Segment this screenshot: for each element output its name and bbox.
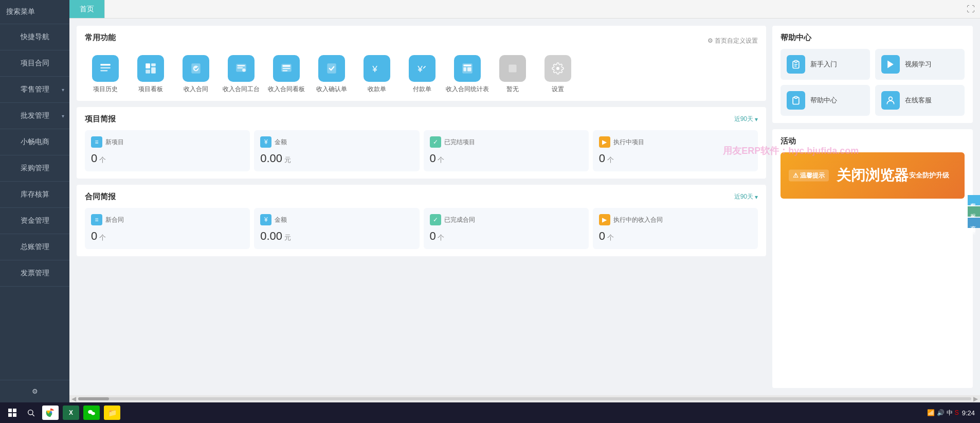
sidebar-item-retail[interactable]: 零售管理 xyxy=(0,77,69,103)
sidebar-item-invoice[interactable]: 发票管理 xyxy=(0,260,69,287)
sidebar-settings-button[interactable]: ⚙ xyxy=(0,380,69,402)
help-item-online[interactable]: 在线客服 xyxy=(875,85,965,116)
homepage-customize-link[interactable]: ⚙ 首页自定义设置 xyxy=(707,37,758,45)
func-item-income-board[interactable]: 收入合同看板 xyxy=(266,55,307,94)
brief-item-active-contract: ▶ 执行中的收入合同 0 个 xyxy=(593,208,758,249)
float-btn-desktop[interactable]: 桌面快捷 xyxy=(968,218,980,228)
taskbar-time: 9:24 xyxy=(962,409,975,417)
float-btn-service[interactable]: 客服热线 xyxy=(968,195,980,205)
page-side: 帮助中心 新手入门 视频学习 xyxy=(772,26,973,388)
common-functions-section: 常用功能 ⚙ 首页自定义设置 项目历史 xyxy=(77,26,766,101)
svg-rect-1 xyxy=(100,67,111,68)
taskbar-left: X 📁 xyxy=(5,406,120,420)
completed-project-unit: 个 xyxy=(438,156,444,164)
help-item-video[interactable]: 视频学习 xyxy=(875,49,965,80)
help-item-beginner[interactable]: 新手入门 xyxy=(781,49,870,80)
func-item-income-confirm[interactable]: 收入确认单 xyxy=(311,55,352,94)
wechat-app-icon[interactable] xyxy=(83,406,100,420)
video-icon xyxy=(881,55,900,74)
active-contract-value: 0 个 xyxy=(599,230,752,243)
tab-bar-end: ⛶ xyxy=(967,0,980,18)
brief-item-completed-project: ✓ 已完结项目 0 个 xyxy=(424,130,589,171)
new-project-label: 新项目 xyxy=(105,138,124,147)
empty-icon xyxy=(499,55,526,82)
volume-icon: 🔊 xyxy=(937,409,945,416)
float-btn-community[interactable]: 服务社区 xyxy=(968,206,980,217)
active-project-value: 0 个 xyxy=(599,152,752,165)
brief-item-contract-amount: ¥ 金额 0.00 元 xyxy=(254,208,419,249)
sidebar-item-inventory[interactable]: 库存核算 xyxy=(0,182,69,208)
gear-icon: ⚙ xyxy=(32,387,38,395)
completed-project-value: 0 个 xyxy=(430,152,583,165)
page-main: 常用功能 ⚙ 首页自定义设置 项目历史 xyxy=(77,26,766,388)
func-item-project-board[interactable]: 项目看板 xyxy=(130,55,171,94)
svg-rect-23 xyxy=(467,67,471,72)
folder-app-icon[interactable]: 📁 xyxy=(104,406,120,420)
project-brief-period-label: 近90天 xyxy=(734,115,753,124)
new-contract-label: 新合同 xyxy=(105,216,124,224)
sidebar-item-purchase[interactable]: 采购管理 xyxy=(0,155,69,182)
antivirus-icon: S xyxy=(955,409,959,416)
svg-rect-16 xyxy=(282,70,287,71)
tab-home[interactable]: 首页 xyxy=(69,0,105,18)
sidebar-item-project[interactable]: 项目合同 xyxy=(0,50,69,77)
windows-start-icon[interactable] xyxy=(5,406,20,420)
func-item-payment[interactable]: ¥ 付款单 xyxy=(402,55,443,94)
contract-amount-unit: 元 xyxy=(284,234,291,241)
amount-unit: 元 xyxy=(284,156,291,164)
amount-value: 0.00 元 xyxy=(260,152,413,165)
sidebar-item-wholesale[interactable]: 批发管理 xyxy=(0,103,69,129)
svg-rect-27 xyxy=(795,97,797,98)
contract-brief-title: 合同简报 xyxy=(85,192,116,202)
brief-item-new-project: ≡ 新项目 0 个 xyxy=(85,130,250,171)
page-content: 常用功能 ⚙ 首页自定义设置 项目历史 xyxy=(69,19,980,395)
svg-rect-6 xyxy=(151,67,156,74)
func-item-receipt[interactable]: ¥ 收款单 xyxy=(356,55,397,94)
svg-text:¥: ¥ xyxy=(417,64,423,74)
contract-amount-value: 0.00 元 xyxy=(260,230,413,243)
project-brief-period[interactable]: 近90天 ▾ xyxy=(734,115,758,124)
excel-app-icon[interactable]: X xyxy=(63,406,79,420)
func-label-settings: 设置 xyxy=(552,85,564,94)
svg-text:¥: ¥ xyxy=(372,64,377,74)
svg-rect-29 xyxy=(8,409,12,412)
func-item-income-contract[interactable]: 收入合同 xyxy=(175,55,216,94)
sidebar-item-quicknav[interactable]: 快捷导航 xyxy=(0,24,69,50)
completed-project-label: 已完结项目 xyxy=(444,138,475,147)
income-board-icon xyxy=(273,55,300,82)
beginner-label: 新手入门 xyxy=(810,60,837,69)
svg-rect-22 xyxy=(463,67,466,72)
completed-project-icon: ✓ xyxy=(430,136,441,148)
svg-rect-3 xyxy=(146,63,150,68)
amount-icon: ¥ xyxy=(260,136,271,148)
contract-brief-period[interactable]: 近90天 ▾ xyxy=(734,192,758,201)
project-brief-header: 项目简报 近90天 ▾ xyxy=(85,114,758,124)
sidebar-item-ecommerce[interactable]: 小畅电商 xyxy=(0,129,69,155)
func-label-receipt: 收款单 xyxy=(368,85,386,94)
right-float-panel: 客服热线 服务社区 桌面快捷 xyxy=(968,195,980,228)
search-taskbar-icon[interactable] xyxy=(24,406,38,420)
sidebar-item-ledger[interactable]: 总账管理 xyxy=(0,234,69,260)
sidebar-item-finance[interactable]: 资金管理 xyxy=(0,208,69,234)
new-project-icon: ≡ xyxy=(91,136,102,148)
brief-item-new-contract: ≡ 新合同 0 个 xyxy=(85,208,250,249)
horizontal-scrollbar[interactable]: ◀ ▶ xyxy=(69,395,980,402)
func-label-project-board: 项目看板 xyxy=(138,85,163,94)
func-item-settings[interactable]: 设置 xyxy=(537,55,578,94)
contract-amount-label: 金额 xyxy=(275,216,287,224)
active-contract-label: 执行中的收入合同 xyxy=(613,216,663,224)
help-item-help[interactable]: 帮助中心 xyxy=(781,85,870,116)
func-item-stats-table[interactable]: 收入合同统计表 xyxy=(447,55,488,94)
contract-brief-section: 合同简报 近90天 ▾ ≡ 新合同 xyxy=(77,185,766,256)
func-item-income-worktable[interactable]: 收入合同工台 xyxy=(221,55,262,94)
active-contract-icon: ▶ xyxy=(599,214,610,225)
func-label-project-history: 项目历史 xyxy=(93,85,118,94)
sidebar-item-search[interactable]: 搜索菜单 xyxy=(0,0,69,24)
brief-item-new-project-header: ≡ 新项目 xyxy=(91,136,244,148)
svg-rect-5 xyxy=(146,69,150,74)
fullscreen-icon[interactable]: ⛶ xyxy=(967,5,975,14)
online-service-label: 在线客服 xyxy=(905,96,932,105)
svg-rect-32 xyxy=(13,413,16,417)
func-item-project-history[interactable]: 项目历史 xyxy=(85,55,126,94)
chrome-app-icon[interactable] xyxy=(42,406,59,420)
